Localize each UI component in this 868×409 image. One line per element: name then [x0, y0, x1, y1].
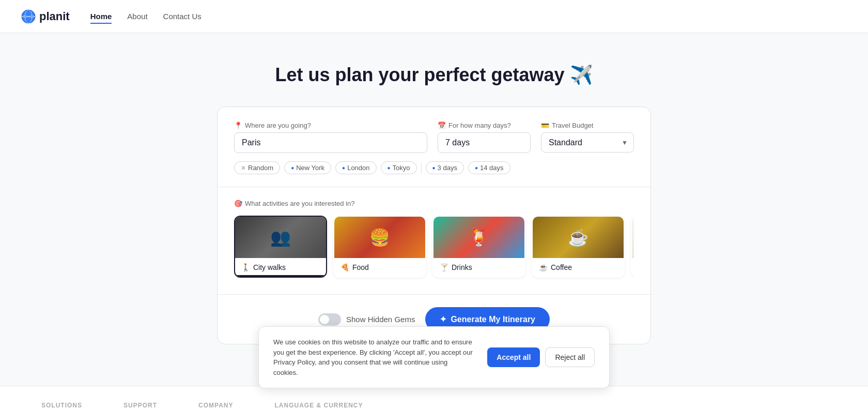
walk-icon: 🚶: [241, 263, 250, 271]
shopping-image: 🛍️: [632, 217, 634, 258]
quick-chips: ✕ Random ● New York ● London ● Tokyo ●: [234, 161, 634, 174]
hidden-gems-toggle-group: Show Hidden Gems: [318, 313, 415, 326]
hidden-gems-toggle[interactable]: [318, 313, 341, 326]
planner-card: 📍 Where are you going? 📅 For how many da…: [217, 107, 651, 344]
selected-underline: [235, 275, 326, 277]
cookie-banner: We use cookies on this website to analyz…: [258, 326, 610, 388]
activities-icon: 🎯: [234, 200, 242, 207]
budget-icon: 💳: [541, 122, 549, 129]
dot-icon: ●: [475, 165, 478, 171]
city-walks-image: 👥: [235, 217, 326, 258]
chip-14-days[interactable]: ● 14 days: [468, 161, 510, 174]
days-label: 📅 For how many days?: [438, 122, 531, 129]
footer-solutions-heading: SOLUTIONS: [41, 402, 82, 409]
dot-icon: ●: [432, 165, 436, 171]
footer-support: SUPPORT: [123, 402, 157, 409]
cookie-message: We use cookies on this website to analyz…: [273, 337, 473, 377]
activities-label: 🎯 What activities are you interested in?: [234, 200, 634, 207]
activities-scroll: 👥 🚶 City walks 🍔 🍕 Food: [234, 216, 634, 280]
coffee-label: ☕ Coffee: [533, 258, 624, 277]
food-label: 🍕 Food: [334, 258, 425, 277]
chip-new-york[interactable]: ● New York: [284, 161, 331, 174]
chip-random[interactable]: ✕ Random: [234, 161, 280, 174]
accept-cookies-button[interactable]: Accept all: [487, 347, 540, 367]
footer-language-heading: LANGUAGE & CURRENCY: [274, 402, 363, 409]
destination-group: 📍 Where are you going?: [234, 122, 427, 153]
footer-solutions: SOLUTIONS: [41, 402, 82, 409]
dot-icon: ●: [342, 165, 345, 171]
footer-language: LANGUAGE & CURRENCY: [274, 402, 363, 409]
nav-home[interactable]: Home: [90, 12, 112, 24]
food-image: 🍔: [334, 217, 425, 258]
location-icon: 📍: [234, 122, 242, 129]
calendar-icon: 📅: [438, 122, 446, 129]
inputs-section: 📍 Where are you going? 📅 For how many da…: [218, 107, 650, 187]
drinks-icon: 🍸: [440, 263, 448, 271]
coffee-image: ☕: [533, 217, 624, 258]
logo-text: planit: [39, 10, 70, 23]
dot-icon: ●: [291, 165, 294, 171]
activities-section: 🎯 What activities are you interested in?…: [218, 187, 650, 295]
budget-group: 💳 Travel Budget Budget Standard Luxury ▼: [541, 122, 634, 153]
budget-label: 💳 Travel Budget: [541, 122, 634, 129]
activity-city-walks[interactable]: 👥 🚶 City walks: [234, 216, 327, 278]
divider: [421, 163, 422, 173]
food-icon: 🍕: [340, 263, 349, 271]
chip-london[interactable]: ● London: [335, 161, 376, 174]
days-input[interactable]: [438, 132, 531, 153]
dot-icon: ●: [388, 165, 391, 171]
coffee-icon: ☕: [539, 263, 548, 271]
destination-input[interactable]: [234, 132, 427, 153]
cookie-actions: Accept all Reject all: [487, 347, 595, 367]
chip-tokyo[interactable]: ● Tokyo: [381, 161, 417, 174]
toggle-label: Show Hidden Gems: [346, 315, 415, 324]
logo[interactable]: planit: [21, 9, 70, 24]
activity-shopping[interactable]: 🛍️ 🛍️ Shopping: [631, 216, 634, 278]
reject-cookies-button[interactable]: Reject all: [545, 347, 595, 367]
destination-label: 📍 Where are you going?: [234, 122, 427, 129]
chip-3-days[interactable]: ● 3 days: [426, 161, 464, 174]
nav-links: Home About Contact Us: [90, 12, 202, 21]
hero-title: Let us plan your perfect getaway ✈️: [275, 64, 593, 86]
nav-contact[interactable]: Contact Us: [163, 12, 202, 21]
navbar: planit Home About Contact Us: [0, 0, 868, 33]
shopping-label: 🛍️ Shopping: [632, 258, 634, 277]
footer-support-heading: SUPPORT: [123, 402, 157, 409]
nav-about[interactable]: About: [127, 12, 147, 21]
drinks-label: 🍸 Drinks: [433, 258, 524, 277]
activity-drinks[interactable]: 🍹 🍸 Drinks: [432, 216, 525, 278]
footer-company: COMPANY: [198, 402, 233, 409]
budget-select-wrapper: Budget Standard Luxury ▼: [541, 132, 634, 153]
footer: SOLUTIONS SUPPORT COMPANY LANGUAGE & CUR…: [0, 386, 868, 409]
x-icon: ✕: [241, 164, 246, 172]
days-group: 📅 For how many days?: [438, 122, 531, 153]
footer-company-heading: COMPANY: [198, 402, 233, 409]
sparkle-icon: ✦: [440, 314, 446, 324]
activity-food[interactable]: 🍔 🍕 Food: [333, 216, 426, 278]
drinks-image: 🍹: [433, 217, 524, 258]
activity-coffee[interactable]: ☕ ☕ Coffee: [532, 216, 625, 278]
city-walks-label: 🚶 City walks: [235, 258, 326, 277]
budget-select[interactable]: Budget Standard Luxury: [541, 132, 634, 153]
